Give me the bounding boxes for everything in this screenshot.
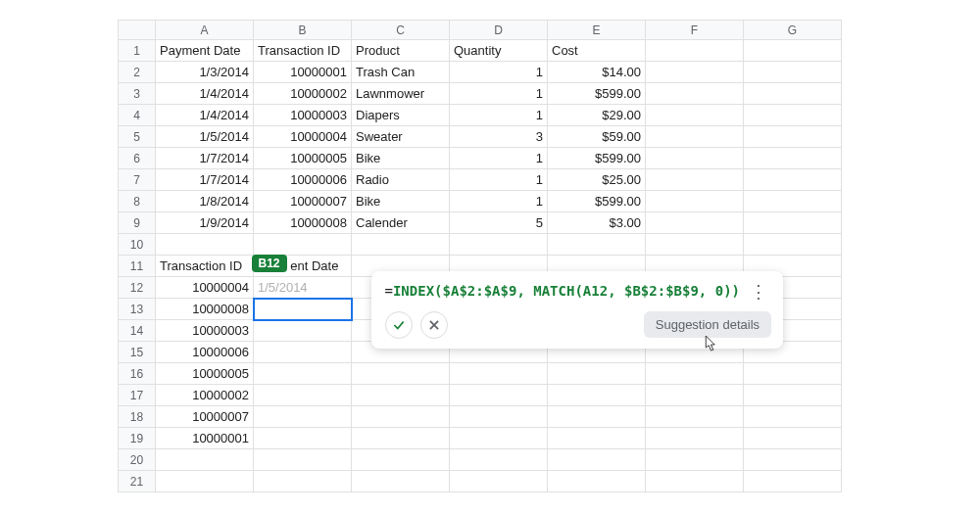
- cell[interactable]: [744, 83, 842, 105]
- row-header[interactable]: 19: [119, 428, 156, 449]
- cell[interactable]: 10000002: [156, 385, 254, 406]
- cell[interactable]: [156, 471, 254, 492]
- cell[interactable]: [548, 471, 646, 492]
- col-header-B[interactable]: B: [254, 21, 352, 40]
- cell[interactable]: [744, 40, 842, 62]
- cell[interactable]: 1/7/2014: [156, 148, 254, 169]
- cell[interactable]: [352, 234, 450, 256]
- cell[interactable]: Cost: [548, 40, 646, 62]
- cell[interactable]: 10000004: [156, 277, 254, 299]
- cell[interactable]: [744, 428, 842, 449]
- cell[interactable]: 1/3/2014: [156, 62, 254, 83]
- cell[interactable]: [352, 449, 450, 471]
- cell[interactable]: 1: [450, 169, 548, 191]
- cell[interactable]: Transaction ID: [156, 256, 254, 277]
- cell[interactable]: $14.00: [548, 62, 646, 83]
- more-options-icon[interactable]: ⋮: [746, 281, 771, 302]
- cell[interactable]: [744, 212, 842, 234]
- row-header[interactable]: 3: [119, 83, 156, 105]
- cell[interactable]: Quantity: [450, 40, 548, 62]
- cell[interactable]: [646, 148, 744, 169]
- cell[interactable]: [548, 449, 646, 471]
- cell[interactable]: Lawnmower: [352, 83, 450, 105]
- cell[interactable]: [646, 62, 744, 83]
- cell-ghost-suggestion[interactable]: 1/5/2014: [254, 277, 352, 299]
- cell[interactable]: [744, 148, 842, 169]
- cell[interactable]: [744, 471, 842, 492]
- cell[interactable]: Trash Can: [352, 62, 450, 83]
- cell[interactable]: Product: [352, 40, 450, 62]
- row-header[interactable]: 6: [119, 148, 156, 169]
- cell[interactable]: Sweater: [352, 126, 450, 148]
- row-header[interactable]: 8: [119, 191, 156, 212]
- cell[interactable]: 1: [450, 191, 548, 212]
- row-header[interactable]: 12: [119, 277, 156, 299]
- cell[interactable]: $29.00: [548, 105, 646, 126]
- cell[interactable]: [548, 406, 646, 428]
- cell[interactable]: [254, 385, 352, 406]
- cell[interactable]: [646, 83, 744, 105]
- cell[interactable]: [254, 342, 352, 363]
- cell[interactable]: [352, 471, 450, 492]
- cell[interactable]: $599.00: [548, 83, 646, 105]
- cell[interactable]: [352, 428, 450, 449]
- cell[interactable]: [646, 234, 744, 256]
- cell[interactable]: [352, 363, 450, 385]
- cell[interactable]: [450, 471, 548, 492]
- row-header[interactable]: 13: [119, 299, 156, 320]
- cell[interactable]: [744, 169, 842, 191]
- cell[interactable]: 10000005: [156, 363, 254, 385]
- cell[interactable]: [744, 406, 842, 428]
- cell[interactable]: [254, 320, 352, 342]
- cell[interactable]: [450, 385, 548, 406]
- cell[interactable]: [352, 385, 450, 406]
- cell[interactable]: 10000003: [156, 320, 254, 342]
- cell[interactable]: 1/5/2014: [156, 126, 254, 148]
- cell[interactable]: [156, 234, 254, 256]
- row-header[interactable]: 20: [119, 449, 156, 471]
- cell[interactable]: [548, 428, 646, 449]
- cell[interactable]: [548, 363, 646, 385]
- cell[interactable]: Diapers: [352, 105, 450, 126]
- row-header[interactable]: 5: [119, 126, 156, 148]
- cell[interactable]: [646, 471, 744, 492]
- suggestion-details-chip[interactable]: Suggestion details: [644, 311, 771, 338]
- col-header-D[interactable]: D: [450, 21, 548, 40]
- cell[interactable]: [646, 428, 744, 449]
- cell[interactable]: [254, 428, 352, 449]
- cell[interactable]: 1/8/2014: [156, 191, 254, 212]
- row-header[interactable]: 9: [119, 212, 156, 234]
- row-header[interactable]: 11: [119, 256, 156, 277]
- cell[interactable]: 10000008: [254, 212, 352, 234]
- cell[interactable]: [744, 62, 842, 83]
- row-header[interactable]: 14: [119, 320, 156, 342]
- cell[interactable]: 10000001: [254, 62, 352, 83]
- cell[interactable]: 10000001: [156, 428, 254, 449]
- cell[interactable]: [744, 191, 842, 212]
- cell[interactable]: [254, 406, 352, 428]
- row-header[interactable]: 7: [119, 169, 156, 191]
- col-header-E[interactable]: E: [548, 21, 646, 40]
- reject-suggestion-button[interactable]: [420, 311, 448, 339]
- cell[interactable]: 1: [450, 105, 548, 126]
- cell[interactable]: [646, 126, 744, 148]
- row-header[interactable]: 10: [119, 234, 156, 256]
- cell[interactable]: $59.00: [548, 126, 646, 148]
- cell[interactable]: [352, 406, 450, 428]
- cell[interactable]: Payment Date: [156, 40, 254, 62]
- cell[interactable]: Payment Date: [254, 256, 352, 277]
- col-header-F[interactable]: F: [646, 21, 744, 40]
- cell[interactable]: [450, 428, 548, 449]
- cell[interactable]: $599.00: [548, 191, 646, 212]
- cell[interactable]: [646, 40, 744, 62]
- cell[interactable]: 1: [450, 83, 548, 105]
- cell[interactable]: [646, 212, 744, 234]
- cell[interactable]: 1/9/2014: [156, 212, 254, 234]
- cell[interactable]: [744, 385, 842, 406]
- cell[interactable]: [646, 406, 744, 428]
- cell[interactable]: 5: [450, 212, 548, 234]
- cell[interactable]: [646, 191, 744, 212]
- cell[interactable]: 1: [450, 148, 548, 169]
- cell[interactable]: 10000007: [254, 191, 352, 212]
- cell[interactable]: [646, 449, 744, 471]
